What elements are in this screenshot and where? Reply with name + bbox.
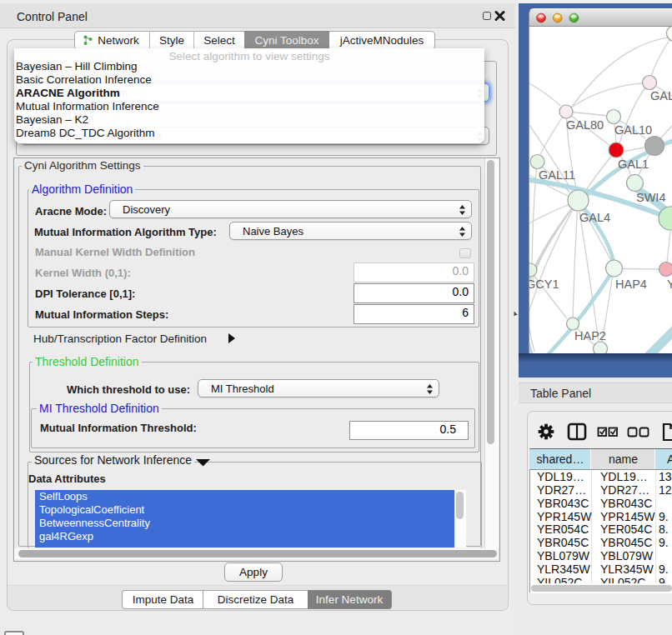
svg-text:GAL80: GAL80 xyxy=(566,118,604,132)
svg-text:HAP4: HAP4 xyxy=(615,278,647,291)
svg-text:GAL10: GAL10 xyxy=(614,123,652,137)
svg-text:GAL7: GAL7 xyxy=(650,89,672,102)
svg-text:YP: YP xyxy=(667,278,672,291)
svg-text:GAL11: GAL11 xyxy=(539,168,575,182)
svg-text:HAP2: HAP2 xyxy=(574,329,606,342)
svg-text:GCY1: GCY1 xyxy=(529,278,559,291)
svg-text:GAL4: GAL4 xyxy=(579,211,610,224)
svg-text:SWI4: SWI4 xyxy=(636,191,665,204)
svg-text:GAL1: GAL1 xyxy=(618,158,649,171)
